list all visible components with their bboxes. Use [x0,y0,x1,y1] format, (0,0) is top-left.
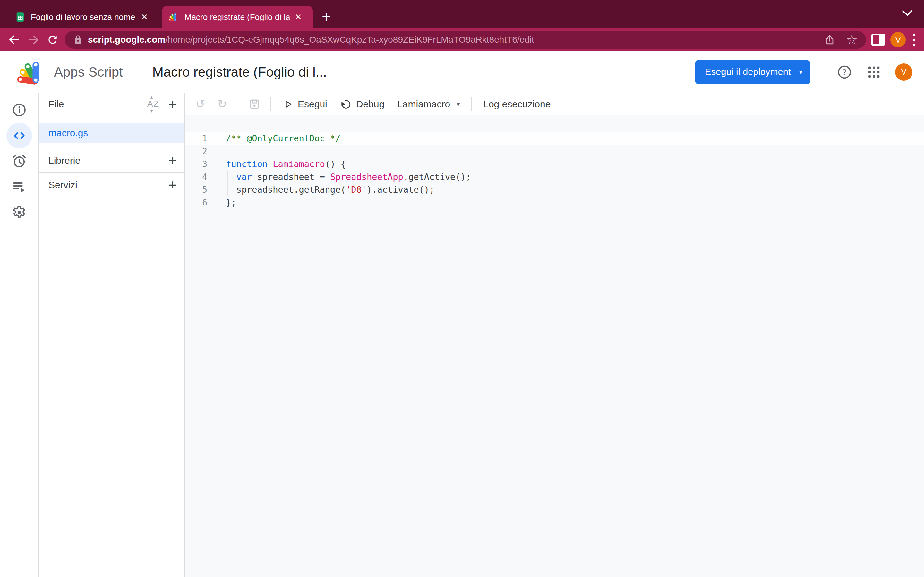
indent-guide [228,171,228,183]
project-title[interactable]: Macro registrate (Foglio di l... [152,64,327,80]
code-lines: 1/** @OnlyCurrentDoc */23function Lamiam… [185,115,924,209]
code-icon [12,128,27,143]
execution-log-label: Log esecuzione [483,99,551,110]
apps-grid-icon [867,65,881,79]
code-line-6[interactable]: 6}; [185,196,924,209]
google-apps-button[interactable] [866,64,882,81]
browser-profile-avatar[interactable]: V [890,32,906,47]
file-list: macro.gs [39,115,184,148]
rail-triggers-button[interactable] [6,148,32,174]
code-text: /** @OnlyCurrentDoc */ [207,132,341,145]
add-file-button[interactable]: + [168,97,177,111]
execution-log-button[interactable]: Log esecuzione [481,99,553,110]
apps-script-brand[interactable]: Apps Script [16,59,123,85]
share-icon[interactable] [824,34,835,45]
sort-up-icon: ▴ [150,94,153,100]
run-button[interactable]: Esegui [280,99,330,110]
alarm-clock-icon [11,153,27,169]
omnibox-actions: ☆ [818,33,858,46]
tab-close-icon[interactable]: ✕ [141,12,148,22]
function-caret-icon: ▾ [457,100,460,108]
app-header: Apps Script Macro registrate (Foglio di … [0,51,924,93]
section-label: Servizi [48,179,78,190]
back-arrow-icon [8,33,21,46]
add-library-button[interactable]: + [168,153,177,168]
sidebar-section-libraries[interactable]: Librerie + [39,148,184,173]
files-panel: File AZ▴▾ + macro.gs Librerie + Servizi … [39,93,185,577]
toolbar-divider [238,97,238,111]
executions-icon [11,179,27,195]
left-rail [0,93,39,577]
debug-icon [340,98,352,110]
forward-button[interactable] [26,33,40,47]
editor: ↺ ↻ Esegui [185,93,924,577]
code-text: var spreadsheet = SpreadsheetApp.getActi… [207,171,471,183]
reload-icon [47,34,59,46]
forward-arrow-icon [27,33,40,46]
line-number: 5 [185,183,207,196]
sort-down-icon: ▾ [150,108,153,114]
brand-name: Apps Script [54,64,123,80]
function-select-label: Lamiamacro [397,99,450,110]
run-button-label: Esegui [298,99,327,110]
code-line-4[interactable]: 4 var spreadsheet = SpreadsheetApp.getAc… [185,171,924,183]
code-text: }; [207,196,236,209]
reload-button[interactable] [45,33,60,47]
redo-button[interactable]: ↻ [215,97,229,111]
rail-executions-button[interactable] [6,174,32,200]
undo-icon: ↺ [195,97,205,111]
sort-files-button[interactable]: AZ▴▾ [145,99,162,109]
undo-button[interactable]: ↺ [193,97,207,111]
editor-toolbar: ↺ ↻ Esegui [185,93,924,115]
sort-az-icon: AZ [147,99,160,109]
code-line-1[interactable]: 1/** @OnlyCurrentDoc */ [185,132,924,145]
address-bar[interactable]: script.google.com/home/projects/1CQ-eGjm… [65,31,866,49]
browser-toolbar: script.google.com/home/projects/1CQ-eGjm… [0,28,924,51]
workspace: File AZ▴▾ + macro.gs Librerie + Servizi … [0,93,924,577]
browser-tab-sheets[interactable]: Foglio di lavoro senza nome - F ✕ [8,6,154,28]
code-line-5[interactable]: 5 spreadsheet.getRange('D8').activate(); [185,183,924,196]
account-avatar[interactable]: V [895,63,913,81]
browser-tab-apps-script[interactable]: Macro registrate (Foglio di lavo ✕ [162,6,313,28]
file-name: macro.gs [48,127,88,139]
browser-menu-icon[interactable] [911,34,917,46]
new-tab-button[interactable]: + [322,10,331,23]
code-line-3[interactable]: 3function Lamiamacro() { [185,158,924,171]
add-service-button[interactable]: + [168,178,177,192]
deploy-button-label: Esegui il deployment [705,67,791,77]
toolbar-divider [270,97,271,111]
debug-button-label: Debug [356,99,384,110]
function-select[interactable]: Lamiamacro ▾ [395,99,462,110]
tab-close-icon[interactable]: ✕ [295,12,302,22]
save-button[interactable] [247,97,262,111]
rail-settings-button[interactable] [6,200,32,226]
back-button[interactable] [7,33,21,47]
code-text: function Lamiamacro() { [207,158,346,171]
deploy-button[interactable]: Esegui il deployment ▾ [695,60,810,84]
code-line-2[interactable]: 2 [185,145,924,158]
code-editor[interactable]: 1/** @OnlyCurrentDoc */23function Lamiam… [185,115,924,577]
tab-title: Macro registrate (Foglio di lavo [184,12,290,22]
sidebar-section-services[interactable]: Servizi + [39,173,184,197]
url-text: script.google.com/home/projects/1CQ-eGjm… [88,35,534,45]
deploy-caret-icon: ▾ [799,68,803,76]
rail-overview-button[interactable] [6,97,32,123]
side-panel-button[interactable] [871,33,885,47]
apps-script-icon [168,11,179,23]
bookmark-star-icon[interactable]: ☆ [846,33,858,46]
line-number: 6 [185,196,207,209]
file-item-macro-gs[interactable]: macro.gs [39,123,184,143]
help-button[interactable]: ? [836,64,853,81]
toolbar-divider [562,97,562,111]
gear-icon [11,205,27,220]
header-divider [823,61,823,83]
rail-editor-button[interactable] [6,123,32,148]
tab-search-chevron-icon[interactable] [901,10,913,17]
side-panel-icon [871,34,885,46]
redo-icon: ↻ [217,97,227,111]
indent-guide [228,183,228,196]
files-panel-header: File AZ▴▾ + [39,93,184,115]
apps-script-logo-icon [16,59,48,85]
save-icon [248,98,260,110]
debug-button[interactable]: Debug [338,98,387,110]
